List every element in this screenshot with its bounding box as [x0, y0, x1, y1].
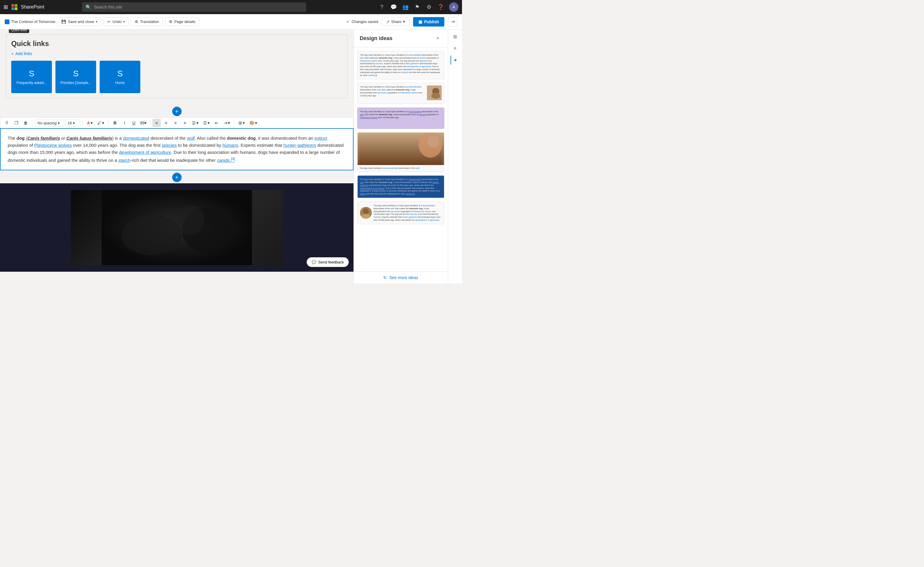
edge-layout-button[interactable]: ≡ [451, 44, 460, 53]
app-launcher-icon[interactable]: ⊞ [3, 4, 8, 10]
font-color-caret: ▾ [90, 120, 93, 125]
flag-icon[interactable]: ⚑ [414, 3, 421, 10]
link-canids[interactable]: canids.[4] [217, 158, 235, 163]
align-left-button[interactable]: ≡ [152, 119, 161, 127]
svg-point-9 [428, 135, 439, 147]
underline-button[interactable]: U [130, 119, 138, 127]
align-justify-button[interactable]: ≡ [181, 119, 189, 127]
search-bar[interactable]: 🔍 [82, 2, 306, 12]
people-icon[interactable]: 👥 [402, 3, 409, 10]
bullet-list-button[interactable]: ☰▾ [190, 120, 200, 126]
align-right-button[interactable]: ≡ [171, 119, 180, 127]
design-idea-3[interactable]: The dog Canis familiaris or Canis lupus … [358, 108, 444, 129]
page-toolbar: The Contoso of Tomorrow 💾 Save and close… [0, 14, 462, 30]
minimize-panel-button[interactable]: ⇥ [448, 17, 457, 27]
text-content-area[interactable]: The dog (Canis familiaris or Canis lupus… [0, 128, 353, 170]
help-circle-icon[interactable]: ? [378, 3, 385, 10]
publish-button[interactable]: ▣ Publish [413, 17, 444, 27]
page-details-icon: ⚙ [169, 20, 173, 24]
quick-links-title: Quick links [11, 39, 342, 48]
delete-button[interactable]: 🗑 [21, 119, 30, 127]
add-block-button-1[interactable]: + [172, 106, 182, 116]
italic-button[interactable]: I [120, 119, 129, 127]
refresh-icon: ↻ [383, 275, 387, 280]
style-caret-icon: ▾ [58, 121, 60, 125]
link-pleistocene[interactable]: Pleistocene wolves [34, 142, 72, 148]
color-theme-button[interactable]: 🎨▾ [248, 120, 259, 126]
svg-point-3 [174, 205, 204, 235]
link-humans[interactable]: humans [222, 142, 238, 148]
search-input[interactable] [94, 5, 302, 9]
align-center-button[interactable]: ≡ [162, 119, 170, 127]
indent-left-button[interactable]: ⇤ [213, 119, 221, 127]
feedback-icon: 💬 [312, 260, 316, 264]
see-more-ideas-button[interactable]: ↻ See more ideas [354, 272, 448, 284]
idea-2-preview: The dog Canis familiaris or Canis lupus … [358, 83, 444, 104]
design-idea-2[interactable]: The dog Canis familiaris or Canis lupus … [358, 83, 444, 104]
save-and-close-button[interactable]: 💾 Save and close ▾ [57, 17, 101, 26]
duplicate-button[interactable]: ❐ [12, 119, 20, 127]
indent-right-button[interactable]: ⇥▾ [222, 120, 232, 126]
design-panel-header: Design ideas × [354, 30, 448, 48]
quick-link-card-3[interactable]: S Home [100, 61, 140, 93]
move-handle[interactable]: ⠿ [3, 119, 11, 127]
link-wolf[interactable]: wolf [187, 135, 195, 141]
save-icon: 💾 [61, 20, 66, 24]
style-dropdown[interactable]: No spacing ▾ [35, 120, 64, 126]
nav-icons: ? 💬 👥 ⚑ ⚙ ❓ A [378, 2, 458, 12]
font-color-button[interactable]: A ▾ [85, 120, 94, 126]
add-links-button[interactable]: + Add links [11, 51, 342, 56]
numbered-list-button[interactable]: ☰▾ [201, 120, 211, 126]
card-3-icon: S [117, 69, 123, 78]
link-species[interactable]: species [162, 142, 177, 148]
add-block-button-2[interactable]: + [172, 173, 182, 182]
size-caret-icon: ▾ [73, 121, 75, 125]
link-domesticated[interactable]: domesticated [123, 135, 149, 141]
link-hunter-gatherers[interactable]: hunter-gatherers [283, 142, 316, 148]
search-icon: 🔍 [86, 4, 92, 10]
quick-link-card-1[interactable]: S Frequently asked... [11, 61, 52, 93]
table-button[interactable]: ⊞▾ [237, 120, 246, 126]
edge-properties-button[interactable]: ⊞ [451, 32, 460, 41]
question-icon[interactable]: ❓ [437, 3, 444, 10]
bold-button[interactable]: B [111, 119, 119, 127]
translation-button[interactable]: ⚙ Translation [131, 17, 163, 26]
share-caret-icon: ▾ [403, 20, 405, 24]
undo-caret-icon: ▾ [123, 20, 125, 23]
undo-button[interactable]: ↩ Undo ▾ [104, 17, 129, 26]
page-details-button[interactable]: ⚙ Page details [165, 17, 199, 26]
image-section: 💬 Send feedback [0, 183, 353, 272]
share-button[interactable]: ↗ Share ▾ [382, 17, 410, 26]
edge-design-button[interactable]: ✦ [451, 56, 460, 65]
idea-4-preview: The dog Canis familiaris is a domesticat… [358, 133, 444, 171]
design-idea-4[interactable]: The dog Canis familiaris is a domesticat… [358, 132, 444, 172]
avatar[interactable]: A [449, 2, 458, 12]
chat-icon[interactable]: 💬 [390, 3, 397, 10]
link-development[interactable]: development of agriculture [119, 150, 171, 155]
quick-link-card-2[interactable]: S Priorities [Sample... [56, 61, 96, 93]
settings-icon[interactable]: ⚙ [425, 3, 433, 10]
size-dropdown[interactable]: 18 ▾ [65, 120, 80, 126]
publish-icon: ▣ [418, 20, 422, 24]
send-feedback-button[interactable]: 💬 Send feedback [306, 257, 349, 267]
design-idea-1[interactable]: The dog Canis familiaris or Canis lupus … [358, 51, 444, 79]
highlight-button[interactable]: 🖊 ▾ [96, 120, 106, 126]
link-starch[interactable]: starch [118, 158, 130, 163]
link-extinct[interactable]: extinct [315, 135, 327, 141]
paragraph-text: The dog (Canis familiaris or Canis lupus… [8, 135, 346, 164]
idea-2-text: The dog Canis familiaris or Canis lupus … [360, 86, 425, 101]
share-icon: ↗ [386, 20, 389, 24]
idea-6-text: The dog Canis familiaris or Canis lupus … [374, 204, 442, 222]
idea-5-preview: The dog Canis familiaris or Canis lupus … [358, 176, 444, 198]
design-idea-5[interactable]: The dog Canis familiaris or Canis lupus … [358, 176, 444, 198]
plus-icon: + [11, 51, 14, 56]
editor-area: Quick links Quick links + Add links S Fr… [0, 30, 353, 284]
design-idea-6[interactable]: The dog Canis familiaris or Canis lupus … [358, 202, 444, 224]
product-name[interactable]: SharePoint [21, 4, 44, 10]
special-chars-button[interactable]: 99 ▾ [139, 119, 147, 127]
close-design-panel-button[interactable]: × [434, 34, 442, 42]
top-navigation: ⊞ SharePoint 🔍 ? 💬 👥 ⚑ ⚙ ❓ A [0, 0, 462, 14]
design-panel: Design ideas × The dog Canis familiaris … [353, 30, 448, 284]
card-2-icon: S [73, 69, 79, 78]
card-1-label: Frequently asked... [17, 81, 47, 85]
